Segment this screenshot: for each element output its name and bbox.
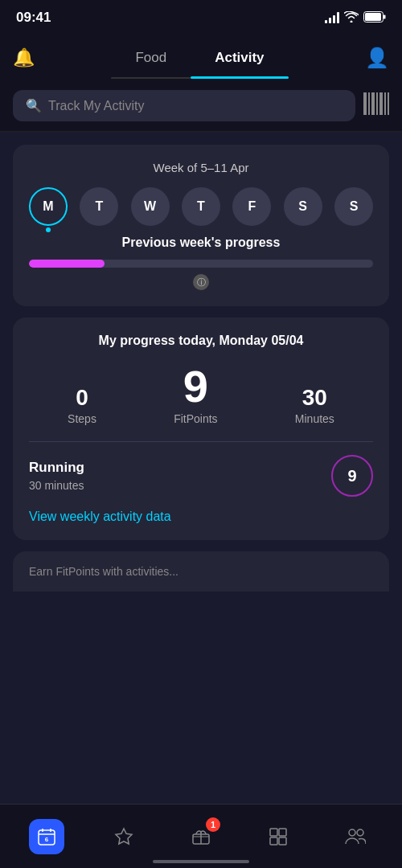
main-content: Week of 5–11 Apr M T W T F S S Previous … <box>0 132 402 807</box>
progress-today-title: My progress today, Monday 05/04 <box>29 334 373 348</box>
partial-card-text: Earn FitPoints with activities... <box>29 565 178 578</box>
day-saturday[interactable]: S <box>284 187 322 226</box>
progress-bar-fill <box>29 260 105 268</box>
bottom-nav-calendar[interactable]: 6 <box>29 819 64 854</box>
svg-rect-7 <box>379 92 383 115</box>
activity-row: Running 30 minutes 9 <box>29 455 373 497</box>
activity-name: Running <box>29 460 84 476</box>
gift-badge: 1 <box>206 817 220 832</box>
activity-fitpoints-circle: 9 <box>331 455 373 497</box>
search-icon: 🔍 <box>26 98 42 113</box>
status-bar: 09:41 <box>0 0 402 35</box>
bottom-nav-grid[interactable] <box>260 819 296 854</box>
activity-fitpoints-value: 9 <box>347 467 356 485</box>
barcode-icon[interactable] <box>363 92 389 120</box>
steps-label: Steps <box>68 412 96 425</box>
battery-icon <box>363 11 386 25</box>
star-icon <box>106 819 142 854</box>
svg-rect-21 <box>270 837 277 845</box>
svg-rect-6 <box>376 92 378 115</box>
progress-bar-bg <box>29 260 373 268</box>
svg-rect-3 <box>363 92 367 115</box>
wifi-icon <box>344 11 359 25</box>
svg-point-23 <box>349 829 355 836</box>
activity-tab[interactable]: Activity <box>191 43 288 72</box>
progress-title: Previous week's progress <box>29 235 373 250</box>
partial-card: Earn FitPoints with activities... <box>13 551 389 592</box>
calendar-icon: 6 <box>29 819 64 854</box>
activity-info: Running 30 minutes <box>29 460 84 492</box>
bell-icon[interactable]: 🔔 <box>13 47 35 68</box>
minutes-value: 30 <box>302 387 327 409</box>
svg-rect-8 <box>384 92 386 115</box>
progress-today-card: My progress today, Monday 05/04 0 Steps … <box>13 317 389 540</box>
svg-text:6: 6 <box>45 836 49 843</box>
info-icon[interactable]: ⓘ <box>193 274 209 290</box>
activity-duration: 30 minutes <box>29 479 84 492</box>
search-bar-container: 🔍 Track My Activity <box>0 80 402 132</box>
food-tab[interactable]: Food <box>111 43 191 72</box>
svg-rect-19 <box>270 829 277 836</box>
bottom-nav-people[interactable] <box>338 819 373 854</box>
steps-value: 0 <box>76 387 88 409</box>
minutes-stat: 30 Minutes <box>295 387 334 425</box>
day-sunday[interactable]: S <box>334 187 373 226</box>
divider <box>29 441 373 442</box>
status-icons <box>325 11 386 25</box>
svg-rect-1 <box>365 13 381 21</box>
progress-info: ⓘ <box>29 274 373 290</box>
fitpoints-value: 9 <box>183 364 208 409</box>
grid-icon <box>260 819 296 854</box>
svg-rect-2 <box>384 14 386 18</box>
bottom-nav-star[interactable] <box>106 819 142 854</box>
day-wednesday[interactable]: W <box>131 187 170 226</box>
signal-bars-icon <box>325 12 339 23</box>
day-thursday[interactable]: T <box>182 187 220 226</box>
search-bar[interactable]: 🔍 Track My Activity <box>13 90 355 121</box>
stats-row: 0 Steps 9 FitPoints 30 Minutes <box>29 364 373 425</box>
fitpoints-label: FitPoints <box>174 412 217 425</box>
svg-point-24 <box>357 829 363 836</box>
home-indicator <box>153 860 249 863</box>
status-time: 09:41 <box>16 10 51 26</box>
day-row: M T W T F S S <box>29 187 373 226</box>
svg-rect-20 <box>279 829 286 836</box>
progress-section: Previous week's progress ⓘ <box>29 235 373 290</box>
svg-rect-9 <box>388 92 389 115</box>
svg-marker-15 <box>116 829 132 844</box>
svg-rect-22 <box>279 837 286 845</box>
nav-tabs: Food Activity <box>35 43 365 72</box>
bottom-nav-gift[interactable]: 1 <box>183 819 219 854</box>
day-friday[interactable]: F <box>232 187 271 226</box>
svg-rect-4 <box>368 92 370 115</box>
day-monday[interactable]: M <box>29 187 68 226</box>
profile-icon[interactable]: 👤 <box>365 47 389 69</box>
week-card: Week of 5–11 Apr M T W T F S S Previous … <box>13 145 389 306</box>
svg-rect-5 <box>371 92 375 115</box>
top-nav: 🔔 Food Activity 👤 <box>0 35 402 80</box>
bottom-nav: 6 1 <box>0 804 402 868</box>
minutes-label: Minutes <box>295 412 334 425</box>
day-tuesday[interactable]: T <box>80 187 118 226</box>
search-placeholder: Track My Activity <box>48 99 144 113</box>
view-weekly-link[interactable]: View weekly activity data <box>29 510 171 523</box>
people-icon <box>338 819 373 854</box>
week-label: Week of 5–11 Apr <box>29 161 373 174</box>
fitpoints-stat: 9 FitPoints <box>174 364 217 425</box>
steps-stat: 0 Steps <box>68 387 96 425</box>
day-dot <box>46 227 51 232</box>
